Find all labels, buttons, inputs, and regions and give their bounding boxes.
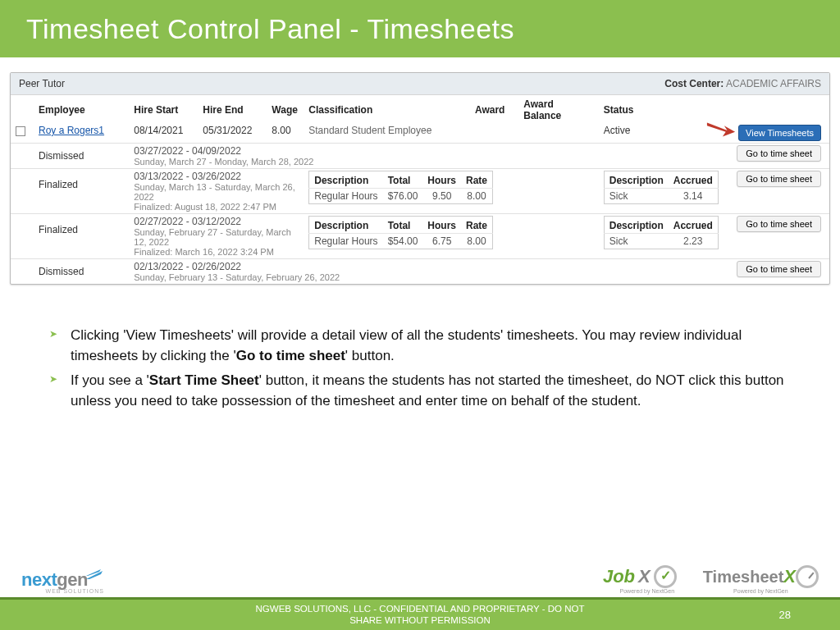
view-timesheets-button[interactable]: View Timesheets — [738, 125, 821, 141]
hours-total: $54.00 — [383, 234, 423, 249]
wage-value: 8.00 — [267, 123, 304, 144]
accrued-desc: Sick — [604, 234, 669, 249]
bullet-bold: Go to time sheet — [236, 348, 345, 363]
bullet-list: Clicking 'View Timesheets' will provide … — [0, 285, 840, 412]
logo-timesheet: Timesheet — [703, 568, 784, 587]
go-to-timesheet-button[interactable]: Go to time sheet — [737, 216, 821, 232]
accrued-col-desc: Description — [604, 171, 669, 189]
period-row: Dismissed 03/27/2022 - 04/09/2022 Sunday… — [11, 144, 829, 169]
bullet-bold: Start Time Sheet — [149, 372, 259, 388]
status-value: Active — [599, 123, 724, 144]
bullet-text: Clicking 'View Timesheets' will provide … — [71, 327, 742, 363]
go-to-timesheet-button[interactable]: Go to time sheet — [737, 261, 821, 277]
mini-col-desc: Description — [309, 217, 383, 234]
accrued-table: DescriptionAccrued Sick3.14 — [604, 171, 719, 204]
period-row: Dismissed 02/13/2022 - 02/26/2022 Sunday… — [11, 259, 829, 285]
hours-desc: Regular Hours — [309, 189, 383, 204]
employee-link[interactable]: Roy a Rogers1 — [39, 125, 104, 136]
col-hire-start: Hire Start — [129, 95, 198, 123]
period-detail: Sunday, March 13 - Saturday, March 26, 2… — [134, 182, 299, 202]
bullet-item: If you see a 'Start Time Sheet' button, … — [49, 371, 791, 411]
slide-title-bar: Timesheet Control Panel - Timesheets — [0, 0, 840, 57]
confidential-line2: SHARE WITHOUT PERMISSION — [256, 615, 585, 627]
go-to-timesheet-button[interactable]: Go to time sheet — [737, 171, 821, 187]
col-status: Status — [599, 95, 724, 123]
col-employee: Employee — [34, 95, 129, 123]
logo-x: X — [638, 566, 651, 587]
period-range: 02/27/2022 - 03/12/2022 — [134, 216, 299, 227]
bullet-text: ' button. — [345, 348, 395, 363]
hours-rate: 8.00 — [461, 189, 493, 204]
timesheetx-logo: TimesheetX Powered by NextGen — [703, 565, 819, 594]
logo-gen: gen — [57, 569, 88, 590]
logo-powered: Powered by NextGen — [703, 588, 819, 594]
period-detail: Sunday, February 27 - Saturday, March 12… — [134, 227, 299, 247]
hours-table: DescriptionTotalHoursRate Regular Hours$… — [308, 171, 493, 204]
mini-col-hours: Hours — [422, 171, 461, 189]
logo-powered: Powered by NextGen — [603, 588, 692, 594]
bullet-item: Clicking 'View Timesheets' will provide … — [49, 326, 791, 366]
jobx-logo: JobX Powered by NextGen — [603, 565, 692, 594]
period-status: Finalized — [34, 169, 129, 214]
bottom-bar: NGWEB SOLUTIONS, LLC - CONFIDENTIAL AND … — [0, 597, 840, 630]
panel-header: Peer Tutor Cost Center: ACADEMIC AFFAIRS — [11, 73, 829, 95]
mini-col-desc: Description — [309, 171, 383, 189]
hire-start-value: 08/14/2021 — [129, 123, 198, 144]
confidential-box: NGWEB SOLUTIONS, LLC - CONFIDENTIAL AND … — [236, 601, 605, 629]
period-range: 03/13/2022 - 03/26/2022 — [134, 171, 299, 182]
period-status: Dismissed — [34, 259, 129, 285]
cost-center: Cost Center: ACADEMIC AFFAIRS — [664, 78, 821, 89]
mini-col-rate: Rate — [461, 217, 493, 234]
period-range: 03/27/2022 - 04/09/2022 — [134, 145, 465, 157]
period-finalized: Finalized: March 16, 2022 3:24 PM — [134, 247, 299, 257]
mini-col-hours: Hours — [422, 217, 461, 234]
cost-center-label: Cost Center: — [664, 78, 724, 89]
accrued-desc: Sick — [604, 189, 669, 204]
nextgen-logo: nextgen WEB SOLUTIONS — [21, 569, 104, 594]
checkmark-circle-icon — [654, 565, 677, 588]
wing-icon — [86, 569, 104, 581]
clock-circle-icon — [796, 565, 819, 588]
mini-col-rate: Rate — [461, 171, 493, 189]
employee-row: Roy a Rogers1 08/14/2021 05/31/2022 8.00… — [11, 123, 829, 144]
period-detail: Sunday, February 13 - Saturday, February… — [134, 272, 465, 282]
red-arrow-icon — [705, 119, 737, 139]
accrued-table: DescriptionAccrued Sick2.23 — [604, 216, 719, 249]
award-value — [470, 123, 518, 144]
period-status: Finalized — [34, 214, 129, 259]
col-award: Award — [470, 95, 518, 123]
employee-checkbox[interactable] — [16, 126, 25, 136]
hours-rate: 8.00 — [461, 234, 493, 249]
hours-desc: Regular Hours — [309, 234, 383, 249]
hours-hours: 9.50 — [422, 189, 461, 204]
cost-center-value: ACADEMIC AFFAIRS — [726, 78, 821, 89]
period-detail: Sunday, March 27 - Monday, March 28, 202… — [134, 157, 465, 167]
logo-x: X — [783, 566, 796, 587]
footer-logos: nextgen WEB SOLUTIONS JobX Powered by Ne… — [0, 565, 840, 594]
period-row: Finalized 02/27/2022 - 03/12/2022 Sunday… — [11, 214, 829, 259]
accrued-val: 3.14 — [669, 189, 719, 204]
col-hire-end: Hire End — [198, 95, 267, 123]
award-balance-value — [518, 123, 598, 144]
bullet-text: If you see a ' — [71, 372, 149, 388]
period-status: Dismissed — [34, 144, 129, 169]
role-label: Peer Tutor — [19, 78, 65, 89]
accrued-val: 2.23 — [669, 234, 719, 249]
accrued-col-val: Accrued — [669, 171, 719, 189]
go-to-timesheet-button[interactable]: Go to time sheet — [737, 145, 821, 162]
confidential-line1: NGWEB SOLUTIONS, LLC - CONFIDENTIAL AND … — [256, 604, 585, 615]
mini-col-total: Total — [383, 171, 423, 189]
hours-total: $76.00 — [383, 189, 423, 204]
logo-job: Job — [603, 566, 635, 587]
accrued-col-val: Accrued — [669, 217, 719, 234]
mini-col-total: Total — [383, 217, 423, 234]
col-wage: Wage — [267, 95, 304, 123]
classification-value: Standard Student Employee — [304, 123, 470, 144]
col-classification: Classification — [304, 95, 470, 123]
accrued-col-desc: Description — [604, 217, 669, 234]
col-award-balance: Award Balance — [518, 95, 598, 123]
period-finalized: Finalized: August 18, 2022 2:47 PM — [134, 202, 299, 212]
page-number: 28 — [779, 609, 791, 621]
period-row: Finalized 03/13/2022 - 03/26/2022 Sunday… — [11, 169, 829, 214]
period-range: 02/13/2022 - 02/26/2022 — [134, 261, 465, 272]
